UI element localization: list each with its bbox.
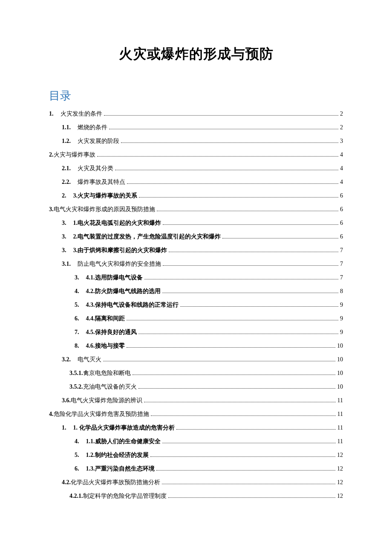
toc-entry[interactable]: 3.1.防止电气火灾和爆炸的安全措施7 <box>49 260 343 268</box>
toc-leader-dots <box>162 484 335 484</box>
toc-leader-dots <box>97 156 339 157</box>
toc-entry[interactable]: 3.3.由于烘烤和摩擦引起的火灾和爆炸7 <box>49 247 343 254</box>
toc-entry[interactable]: 2.1.火灾及其分类4 <box>49 165 343 172</box>
toc-entry-number: 3. <box>62 247 66 254</box>
toc-entry-page: 7 <box>340 260 343 268</box>
toc-entry[interactable]: 6.4.4.隔离和间距9 <box>49 315 343 323</box>
toc-entry-label: 4.4.隔离和间距 <box>86 315 125 323</box>
toc-leader-dots <box>150 456 336 457</box>
toc-entry-number: 5. <box>75 451 79 459</box>
toc-entry-page: 2 <box>340 110 343 118</box>
toc-entry-page: 11 <box>337 410 343 418</box>
toc-entry[interactable]: 4.4.2.防火防爆电气线路的选用8 <box>49 288 343 295</box>
toc-entry[interactable]: 2.2.爆炸事故及其特点4 <box>49 178 343 186</box>
toc-entry-page: 10 <box>337 356 343 363</box>
toc-entry-label: 4.2.1.制定科学的危险化学品管理制度 <box>69 492 167 500</box>
toc-leader-dots <box>163 265 338 266</box>
toc-entry[interactable]: 5.4.3.保持电气设备和线路的正常运行9 <box>49 301 343 309</box>
toc-entry[interactable]: 1.火灾发生的条件2 <box>49 110 343 118</box>
toc-leader-dots <box>176 429 336 430</box>
toc-entry-page: 9 <box>340 301 343 309</box>
toc-entry[interactable]: 2.3.火灾与爆炸事故的关系6 <box>49 192 343 200</box>
toc-entry-page: 6 <box>340 206 343 213</box>
toc-entry-number: 1.2. <box>62 137 71 145</box>
toc-entry-label: 4.6.接地与接零 <box>86 342 125 350</box>
toc-entry-number: 4. <box>75 438 79 445</box>
toc-entry[interactable]: 3.6.电气火灾爆炸危险源的辨识11 <box>49 397 343 404</box>
toc-leader-dots <box>139 197 338 198</box>
toc-entry-page: 10 <box>337 342 343 350</box>
toc-entry-number: 6. <box>75 315 79 323</box>
toc-entry[interactable]: 5.1.2.制约社会经济的发展12 <box>49 451 343 459</box>
toc-entry-number: 5. <box>75 301 79 309</box>
toc-entry[interactable]: 6.1.3.严重污染自然生态环境12 <box>49 465 343 473</box>
toc-leader-dots <box>121 142 338 143</box>
toc-entry-label: 火灾发生的条件 <box>61 110 102 118</box>
toc-entry[interactable]: 1.2.火灾发展的阶段3 <box>49 137 343 145</box>
toc-entry-label: 4.5.保持良好的通风 <box>86 328 137 336</box>
toc-leader-dots <box>168 497 336 498</box>
toc-entry-number: 2.1. <box>62 165 71 172</box>
toc-entry-label: 防止电气火灾和爆炸的安全措施 <box>78 260 161 268</box>
toc-entry-page: 8 <box>340 288 343 295</box>
toc-entry-label: 2.火灾与爆炸事故 <box>49 151 95 159</box>
toc-entry[interactable]: 3.2.电气装置的过度发热，产生危险温度引起的火灾和爆炸6 <box>49 233 343 241</box>
toc-entry-number: 4. <box>75 288 79 295</box>
toc-entry-page: 9 <box>340 315 343 323</box>
toc-entry[interactable]: 1.1. 化学品火灾爆炸事故造成的危害分析11 <box>49 424 343 432</box>
toc-entry-number: 1. <box>49 110 54 118</box>
toc-entry-page: 12 <box>337 451 343 459</box>
toc-heading: 目录 <box>49 88 343 103</box>
toc-entry-page: 7 <box>340 274 343 282</box>
toc-leader-dots <box>156 470 336 471</box>
toc-leader-dots <box>151 416 336 416</box>
toc-entry[interactable]: 4.2.1.制定科学的危险化学品管理制度12 <box>49 492 343 500</box>
toc-entry-number: 2.2. <box>62 178 71 186</box>
toc-entry[interactable]: 4.危险化学品火灾爆炸危害及预防措施11 <box>49 410 343 418</box>
toc-entry-number: 3. <box>75 274 79 282</box>
toc-entry-page: 10 <box>337 383 343 391</box>
toc-entry-label: 3.5.2.充油电气设备的灭火 <box>69 383 137 391</box>
toc-entry[interactable]: 3.5.1.禽京电危险和断电10 <box>49 369 343 377</box>
toc-leader-dots <box>127 347 336 348</box>
toc-entry-label: 3.6.电气火灾爆炸危险源的辨识 <box>62 397 142 404</box>
toc-entry-page: 3 <box>340 137 343 145</box>
toc-entry-page: 7 <box>340 247 343 254</box>
document-page: 火灾或爆炸的形成与预防 目录 1.火灾发生的条件21.1.燃烧的条件21.2.火… <box>0 0 392 555</box>
toc-entry[interactable]: 4.2.化学品火灾爆炸事故预防措施分析12 <box>49 479 343 486</box>
toc-leader-dots <box>163 224 338 225</box>
toc-leader-dots <box>138 334 339 334</box>
toc-entry-label: 电气灭火 <box>78 356 101 363</box>
toc-entry[interactable]: 8.4.6.接地与接零10 <box>49 342 343 350</box>
toc-entry[interactable]: 1.1.燃烧的条件2 <box>49 124 343 131</box>
toc-entry[interactable]: 3.5.2.充油电气设备的灭火10 <box>49 383 343 391</box>
toc-entry-label: 2.电气装置的过度发热，产生危险温度引起的火灾和爆炸 <box>73 233 221 241</box>
toc-entry-label: 4.2.化学品火灾爆炸事故预防措施分析 <box>62 479 160 486</box>
toc-entry[interactable]: 3.2.电气灭火10 <box>49 356 343 363</box>
toc-entry-label: 火灾及其分类 <box>78 165 113 172</box>
toc-leader-dots <box>115 170 338 170</box>
toc-leader-dots <box>138 388 336 389</box>
toc-entry-number: 7. <box>75 328 79 336</box>
toc-leader-dots <box>133 375 336 375</box>
toc-entry-page: 2 <box>340 124 343 131</box>
toc-entry[interactable]: 7.4.5.保持良好的通风9 <box>49 328 343 336</box>
toc-entry[interactable]: 2.火灾与爆炸事故4 <box>49 151 343 159</box>
toc-entry-label: 1.2.制约社会经济的发展 <box>86 451 149 459</box>
toc-entry-page: 11 <box>337 438 343 445</box>
toc-entry-number: 3. <box>62 219 66 227</box>
toc-entry[interactable]: 3.1.电火花及电弧引起的火灾和爆炸6 <box>49 219 343 227</box>
toc-entry-number: 3.1. <box>62 260 71 268</box>
toc-leader-dots <box>162 443 336 443</box>
toc-entry-page: 12 <box>337 479 343 486</box>
toc-entry-label: 3.电气火灾和爆炸形成的原因及预防措施 <box>49 206 155 213</box>
toc-entry-number: 1. <box>62 424 66 432</box>
toc-entry-number: 8. <box>75 342 79 350</box>
toc-entry-number: 3. <box>62 233 66 241</box>
toc-entry[interactable]: 3.4.1.选用防爆电气设备7 <box>49 274 343 282</box>
toc-leader-dots <box>127 320 339 320</box>
toc-leader-dots <box>169 252 338 252</box>
toc-entry[interactable]: 3.电气火灾和爆炸形成的原因及预防措施6 <box>49 206 343 213</box>
toc-entry-page: 11 <box>337 424 343 432</box>
toc-entry[interactable]: 4.1.1.威胁人们的生命健康安全11 <box>49 438 343 445</box>
